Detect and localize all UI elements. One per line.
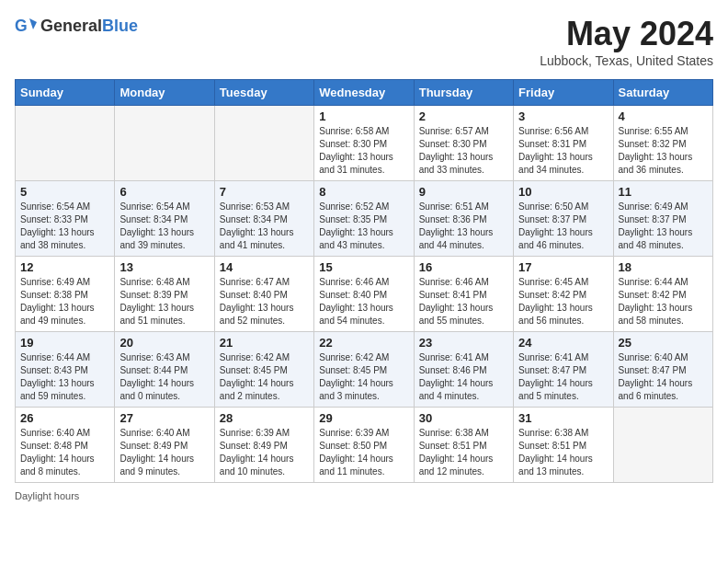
day-of-week-header: Wednesday xyxy=(314,80,414,106)
day-of-week-header: Friday xyxy=(514,80,613,106)
day-info: Sunrise: 6:58 AMSunset: 8:30 PMDaylight:… xyxy=(319,125,408,177)
day-number: 5 xyxy=(20,185,109,199)
month-title: May 2024 xyxy=(540,15,713,53)
calendar-day-cell: 8Sunrise: 6:52 AMSunset: 8:35 PMDaylight… xyxy=(314,181,414,257)
calendar-day-cell: 16Sunrise: 6:46 AMSunset: 8:41 PMDayligh… xyxy=(414,257,513,332)
day-number: 14 xyxy=(220,260,309,274)
calendar-day-cell: 3Sunrise: 6:56 AMSunset: 8:31 PMDaylight… xyxy=(514,106,613,181)
day-info: Sunrise: 6:44 AMSunset: 8:43 PMDaylight:… xyxy=(20,351,109,403)
calendar-day-cell: 10Sunrise: 6:50 AMSunset: 8:37 PMDayligh… xyxy=(514,181,613,257)
day-number: 10 xyxy=(518,185,608,199)
calendar-day-cell: 24Sunrise: 6:41 AMSunset: 8:47 PMDayligh… xyxy=(514,332,613,408)
day-info: Sunrise: 6:54 AMSunset: 8:33 PMDaylight:… xyxy=(20,201,109,252)
calendar-day-cell: 4Sunrise: 6:55 AMSunset: 8:32 PMDaylight… xyxy=(613,106,712,181)
calendar-day-cell: 14Sunrise: 6:47 AMSunset: 8:40 PMDayligh… xyxy=(214,257,313,332)
logo-text-general: General xyxy=(40,17,102,35)
day-info: Sunrise: 6:45 AMSunset: 8:42 PMDaylight:… xyxy=(518,276,608,327)
day-of-week-header: Monday xyxy=(115,80,214,106)
day-info: Sunrise: 6:55 AMSunset: 8:32 PMDaylight:… xyxy=(619,125,708,177)
day-number: 31 xyxy=(518,411,608,425)
calendar-week-row: 19Sunrise: 6:44 AMSunset: 8:43 PMDayligh… xyxy=(16,332,713,408)
calendar-day-cell xyxy=(16,106,115,181)
day-info: Sunrise: 6:39 AMSunset: 8:49 PMDaylight:… xyxy=(220,427,309,478)
day-of-week-header: Thursday xyxy=(414,80,513,106)
logo-icon: G xyxy=(15,15,37,37)
calendar-day-cell: 7Sunrise: 6:53 AMSunset: 8:34 PMDaylight… xyxy=(214,181,313,257)
calendar-day-cell xyxy=(214,106,313,181)
day-of-week-header: Sunday xyxy=(16,80,115,106)
day-number: 9 xyxy=(419,185,508,199)
calendar-day-cell: 13Sunrise: 6:48 AMSunset: 8:39 PMDayligh… xyxy=(115,257,214,332)
calendar-day-cell: 11Sunrise: 6:49 AMSunset: 8:37 PMDayligh… xyxy=(613,181,712,257)
calendar-day-cell: 2Sunrise: 6:57 AMSunset: 8:30 PMDaylight… xyxy=(414,106,513,181)
day-info: Sunrise: 6:43 AMSunset: 8:44 PMDaylight:… xyxy=(119,351,209,403)
day-number: 8 xyxy=(319,185,408,199)
day-number: 2 xyxy=(419,109,508,123)
day-of-week-header: Tuesday xyxy=(214,80,313,106)
day-number: 20 xyxy=(119,336,209,350)
day-info: Sunrise: 6:56 AMSunset: 8:31 PMDaylight:… xyxy=(518,125,608,177)
daylight-label: Daylight hours xyxy=(15,490,79,501)
day-info: Sunrise: 6:41 AMSunset: 8:47 PMDaylight:… xyxy=(518,351,608,403)
calendar-week-row: 26Sunrise: 6:40 AMSunset: 8:48 PMDayligh… xyxy=(16,408,713,483)
calendar-day-cell: 12Sunrise: 6:49 AMSunset: 8:38 PMDayligh… xyxy=(16,257,115,332)
calendar-day-cell: 30Sunrise: 6:38 AMSunset: 8:51 PMDayligh… xyxy=(414,408,513,483)
location: Lubbock, Texas, United States xyxy=(540,53,713,68)
calendar-day-cell: 1Sunrise: 6:58 AMSunset: 8:30 PMDaylight… xyxy=(314,106,414,181)
calendar-day-cell: 26Sunrise: 6:40 AMSunset: 8:48 PMDayligh… xyxy=(16,408,115,483)
calendar-day-cell: 18Sunrise: 6:44 AMSunset: 8:42 PMDayligh… xyxy=(613,257,712,332)
day-number: 27 xyxy=(119,411,209,425)
calendar-day-cell: 15Sunrise: 6:46 AMSunset: 8:40 PMDayligh… xyxy=(314,257,414,332)
day-number: 17 xyxy=(518,260,608,274)
day-info: Sunrise: 6:41 AMSunset: 8:46 PMDaylight:… xyxy=(419,351,508,403)
day-number: 30 xyxy=(419,411,508,425)
calendar-day-cell: 22Sunrise: 6:42 AMSunset: 8:45 PMDayligh… xyxy=(314,332,414,408)
day-number: 13 xyxy=(119,260,209,274)
calendar-week-row: 12Sunrise: 6:49 AMSunset: 8:38 PMDayligh… xyxy=(16,257,713,332)
calendar-day-cell: 31Sunrise: 6:38 AMSunset: 8:51 PMDayligh… xyxy=(514,408,613,483)
day-info: Sunrise: 6:57 AMSunset: 8:30 PMDaylight:… xyxy=(419,125,508,177)
calendar-day-cell: 19Sunrise: 6:44 AMSunset: 8:43 PMDayligh… xyxy=(16,332,115,408)
svg-text:G: G xyxy=(15,17,28,35)
calendar-day-cell: 27Sunrise: 6:40 AMSunset: 8:49 PMDayligh… xyxy=(115,408,214,483)
day-info: Sunrise: 6:44 AMSunset: 8:42 PMDaylight:… xyxy=(619,276,708,327)
calendar-table: SundayMondayTuesdayWednesdayThursdayFrid… xyxy=(15,79,713,483)
calendar-day-cell: 17Sunrise: 6:45 AMSunset: 8:42 PMDayligh… xyxy=(514,257,613,332)
day-number: 23 xyxy=(419,336,508,350)
day-info: Sunrise: 6:48 AMSunset: 8:39 PMDaylight:… xyxy=(119,276,209,327)
day-number: 3 xyxy=(518,109,608,123)
day-info: Sunrise: 6:47 AMSunset: 8:40 PMDaylight:… xyxy=(220,276,309,327)
day-number: 7 xyxy=(220,185,309,199)
day-number: 18 xyxy=(619,260,708,274)
day-number: 21 xyxy=(220,336,309,350)
day-number: 16 xyxy=(419,260,508,274)
calendar-week-row: 1Sunrise: 6:58 AMSunset: 8:30 PMDaylight… xyxy=(16,106,713,181)
calendar-day-cell: 9Sunrise: 6:51 AMSunset: 8:36 PMDaylight… xyxy=(414,181,513,257)
calendar-day-cell: 20Sunrise: 6:43 AMSunset: 8:44 PMDayligh… xyxy=(115,332,214,408)
day-number: 22 xyxy=(319,336,408,350)
day-number: 15 xyxy=(319,260,408,274)
calendar-day-cell: 23Sunrise: 6:41 AMSunset: 8:46 PMDayligh… xyxy=(414,332,513,408)
page-header: G GeneralBlue May 2024 Lubbock, Texas, U… xyxy=(15,15,713,68)
day-info: Sunrise: 6:40 AMSunset: 8:47 PMDaylight:… xyxy=(619,351,708,403)
day-info: Sunrise: 6:50 AMSunset: 8:37 PMDaylight:… xyxy=(518,201,608,252)
day-info: Sunrise: 6:51 AMSunset: 8:36 PMDaylight:… xyxy=(419,201,508,252)
logo: G GeneralBlue xyxy=(15,15,138,37)
calendar-day-cell xyxy=(115,106,214,181)
day-info: Sunrise: 6:49 AMSunset: 8:38 PMDaylight:… xyxy=(20,276,109,327)
day-number: 19 xyxy=(20,336,109,350)
day-info: Sunrise: 6:40 AMSunset: 8:49 PMDaylight:… xyxy=(119,427,209,478)
day-info: Sunrise: 6:42 AMSunset: 8:45 PMDaylight:… xyxy=(319,351,408,403)
day-number: 1 xyxy=(319,109,408,123)
day-info: Sunrise: 6:46 AMSunset: 8:40 PMDaylight:… xyxy=(319,276,408,327)
day-info: Sunrise: 6:38 AMSunset: 8:51 PMDaylight:… xyxy=(419,427,508,478)
calendar-day-cell: 29Sunrise: 6:39 AMSunset: 8:50 PMDayligh… xyxy=(314,408,414,483)
day-info: Sunrise: 6:39 AMSunset: 8:50 PMDaylight:… xyxy=(319,427,408,478)
day-info: Sunrise: 6:49 AMSunset: 8:37 PMDaylight:… xyxy=(619,201,708,252)
day-number: 24 xyxy=(518,336,608,350)
day-info: Sunrise: 6:42 AMSunset: 8:45 PMDaylight:… xyxy=(220,351,309,403)
day-number: 12 xyxy=(20,260,109,274)
day-info: Sunrise: 6:52 AMSunset: 8:35 PMDaylight:… xyxy=(319,201,408,252)
day-number: 4 xyxy=(619,109,708,123)
footer: Daylight hours xyxy=(15,490,713,501)
